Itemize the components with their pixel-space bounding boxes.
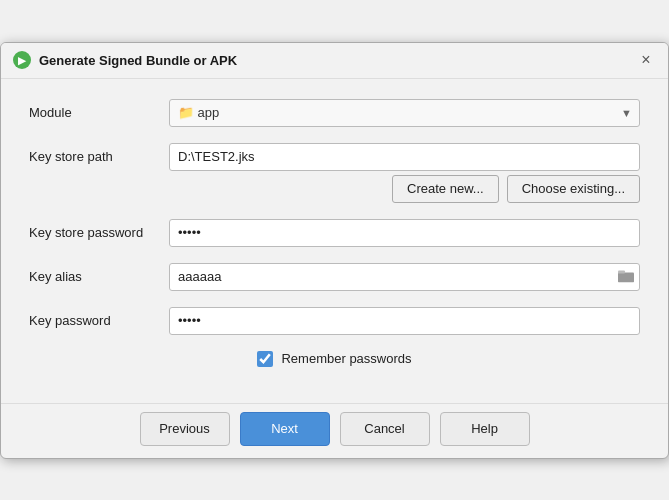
footer-buttons: Previous Next Cancel Help	[1, 403, 668, 458]
key-alias-folder-button[interactable]	[616, 266, 636, 287]
svg-rect-1	[618, 270, 625, 273]
previous-button[interactable]: Previous	[140, 412, 230, 446]
keystore-password-row: Key store password	[29, 219, 640, 247]
dialog-title: Generate Signed Bundle or APK	[39, 53, 237, 68]
key-alias-label: Key alias	[29, 269, 169, 284]
keystore-path-row: Key store path	[29, 143, 640, 171]
key-alias-control	[169, 263, 640, 291]
remember-passwords-label[interactable]: Remember passwords	[281, 351, 411, 366]
help-button[interactable]: Help	[440, 412, 530, 446]
remember-passwords-checkbox[interactable]	[257, 351, 273, 367]
module-control: 📁 app ▼	[169, 99, 640, 127]
choose-existing-button[interactable]: Choose existing...	[507, 175, 640, 203]
dialog-content: Module 📁 app ▼ Key store path Create new…	[1, 79, 668, 403]
close-button[interactable]: ×	[636, 50, 656, 70]
keystore-path-input[interactable]	[169, 143, 640, 171]
keystore-path-control	[169, 143, 640, 171]
create-new-button[interactable]: Create new...	[392, 175, 499, 203]
key-password-control	[169, 307, 640, 335]
keystore-password-label: Key store password	[29, 225, 169, 240]
next-button[interactable]: Next	[240, 412, 330, 446]
keystore-password-input[interactable]	[169, 219, 640, 247]
title-bar: ▶ Generate Signed Bundle or APK ×	[1, 43, 668, 79]
remember-passwords-row: Remember passwords	[29, 351, 640, 367]
keystore-path-label: Key store path	[29, 149, 169, 164]
key-alias-wrapper	[169, 263, 640, 291]
key-password-input[interactable]	[169, 307, 640, 335]
key-alias-row: Key alias	[29, 263, 640, 291]
keystore-password-control	[169, 219, 640, 247]
key-password-row: Key password	[29, 307, 640, 335]
key-alias-input[interactable]	[169, 263, 640, 291]
cancel-button[interactable]: Cancel	[340, 412, 430, 446]
title-bar-left: ▶ Generate Signed Bundle or APK	[13, 51, 237, 69]
module-row: Module 📁 app ▼	[29, 99, 640, 127]
svg-rect-0	[618, 272, 634, 282]
key-password-label: Key password	[29, 313, 169, 328]
android-icon: ▶	[13, 51, 31, 69]
module-select-wrapper: 📁 app ▼	[169, 99, 640, 127]
module-select[interactable]: 📁 app	[169, 99, 640, 127]
module-label: Module	[29, 105, 169, 120]
keystore-action-buttons: Create new... Choose existing...	[169, 175, 640, 203]
generate-signed-dialog: ▶ Generate Signed Bundle or APK × Module…	[0, 42, 669, 459]
